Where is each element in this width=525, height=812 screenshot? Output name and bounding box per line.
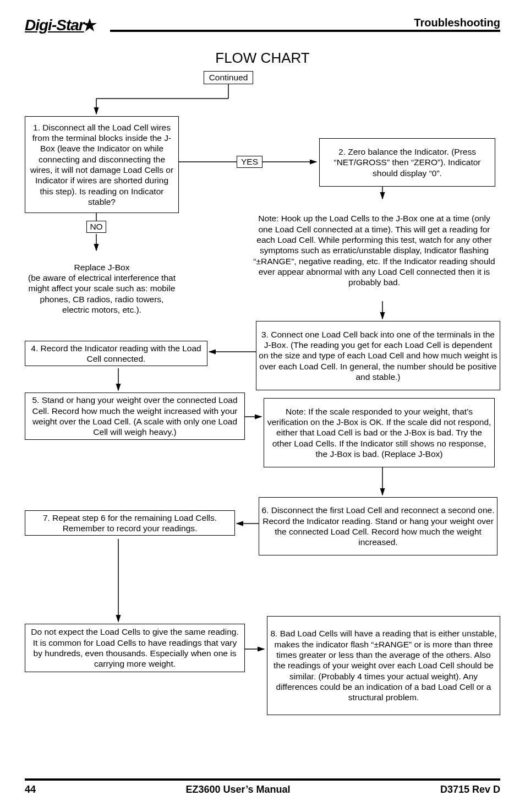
section-title: Troubleshooting — [408, 17, 500, 29]
expect-note: Do not expect the Load Cells to give the… — [25, 624, 245, 672]
page-footer: 44 EZ3600 User’s Manual D3715 Rev D — [25, 778, 500, 795]
step-4: 4. Record the Indicator reading with the… — [25, 341, 207, 366]
step-6: 6. Disconnect the first Load Cell and re… — [259, 497, 497, 555]
header-rule — [110, 30, 500, 32]
continued-box: Continued — [204, 71, 253, 84]
step-1: 1. Disconnect all the Load Cell wires fr… — [25, 116, 179, 213]
step-5: 5. Stand or hang your weight over the co… — [25, 393, 245, 440]
step-2: 2. Zero balance the Indicator. (Press “N… — [319, 138, 495, 187]
star-icon — [82, 18, 97, 35]
page-number: 44 — [25, 784, 36, 795]
step-8: 8. Bad Load Cells will have a reading th… — [267, 616, 500, 715]
manual-title: EZ3600 User’s Manual — [185, 784, 290, 795]
svg-marker-0 — [83, 18, 97, 31]
no-label: NO — [86, 221, 106, 233]
note-loadcells: Note: Hook up the Load Cells to the J-Bo… — [250, 201, 498, 300]
footer-rule — [25, 778, 500, 781]
doc-revision: D3715 Rev D — [440, 784, 500, 795]
page-title: FLOW CHART — [25, 50, 500, 67]
replace-jbox-note: Replace J-Box (be aware of electrical in… — [25, 253, 179, 324]
note-response: Note: If the scale responded to your wei… — [264, 398, 495, 467]
page-header: Digi-Star Troubleshooting — [25, 17, 500, 44]
yes-label: YES — [237, 156, 262, 168]
step-7: 7. Repeat step 6 for the remaining Load … — [25, 510, 235, 536]
brand-logo: Digi-Star — [25, 17, 97, 35]
logo-text: Digi-Star — [25, 17, 84, 34]
step-3: 3. Connect one Load Cell back into one o… — [256, 321, 500, 390]
flowchart-diagram: Continued 1. Disconnect all the Load Cel… — [25, 71, 500, 743]
